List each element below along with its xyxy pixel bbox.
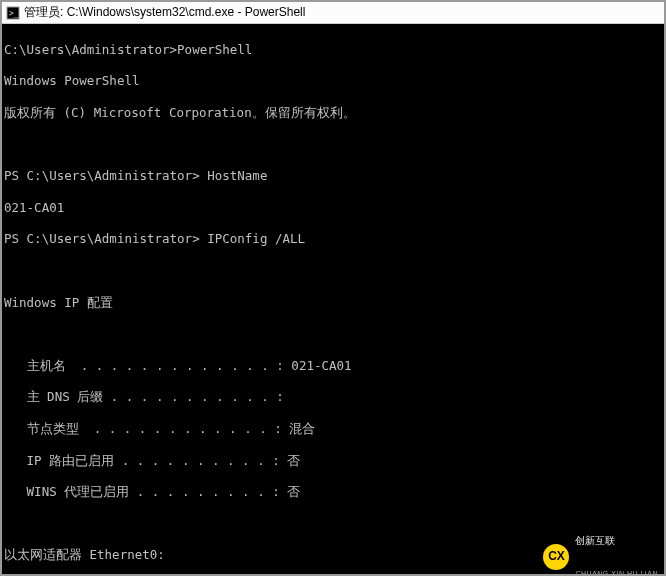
hostname-output: 021-CA01 (4, 200, 660, 216)
dns-suffix-row: 主 DNS 后缀 . . . . . . . . . . . : (4, 389, 660, 405)
window-titlebar[interactable]: >_ 管理员: C:\Windows\system32\cmd.exe - Po… (2, 2, 664, 24)
cmd-ipconfig: IPConfig /ALL (207, 231, 305, 246)
terminal-output[interactable]: C:\Users\Administrator>PowerShell Window… (2, 24, 664, 574)
node-type-value: 混合 (289, 421, 315, 436)
ps-prompt: PS C:\Users\Administrator> (4, 231, 200, 246)
cmd-hostname: HostName (207, 168, 267, 183)
ip-routing-value: 否 (287, 453, 300, 468)
prompt: C:\Users\Administrator> (4, 42, 177, 57)
cmd-icon: >_ (6, 6, 20, 20)
watermark: CX 创新互联 CHUANG XIN HU LIAN (494, 540, 664, 574)
ip-routing-label: IP 路由已启用 . . . . . . . . . . : (4, 453, 287, 468)
ipconfig-header: Windows IP 配置 (4, 295, 660, 311)
wins-proxy-value: 否 (287, 484, 300, 499)
node-type-label: 节点类型 . . . . . . . . . . . . : (4, 421, 289, 436)
hostname-value: 021-CA01 (291, 358, 351, 373)
ps-banner-2: 版权所有 (C) Microsoft Corporation。保留所有权利。 (4, 105, 660, 121)
cmd-powershell: PowerShell (177, 42, 252, 57)
svg-text:>_: >_ (9, 9, 19, 18)
hostname-label: 主机名 . . . . . . . . . . . . . : (4, 358, 291, 373)
ps-banner-1: Windows PowerShell (4, 73, 660, 89)
window-title: 管理员: C:\Windows\system32\cmd.exe - Power… (24, 4, 305, 21)
watermark-logo-icon: CX (543, 544, 569, 570)
wins-proxy-label: WINS 代理已启用 . . . . . . . . . : (4, 484, 287, 499)
ps-prompt: PS C:\Users\Administrator> (4, 168, 200, 183)
watermark-text: 创新互联 CHUANG XIN HU LIAN (575, 513, 658, 576)
